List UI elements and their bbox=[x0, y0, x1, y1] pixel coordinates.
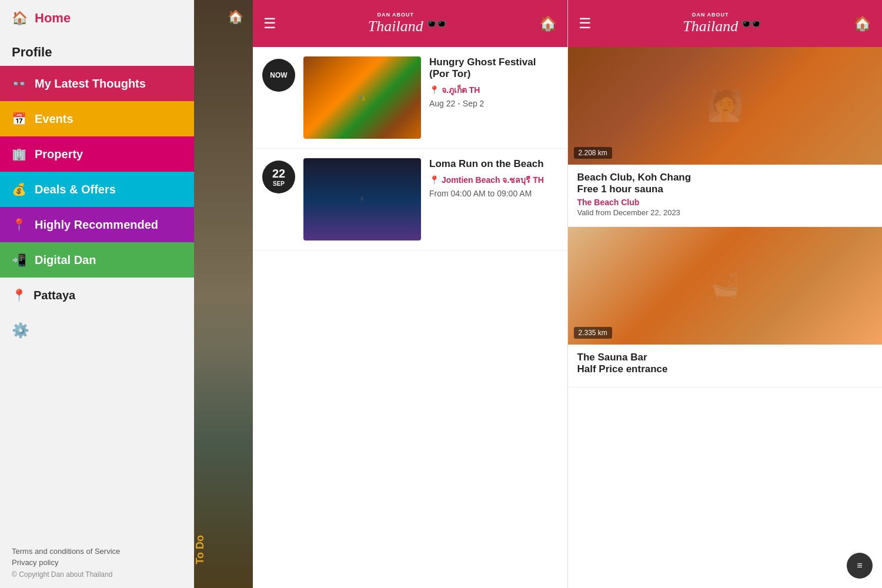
event-badge-month-2: SEP bbox=[273, 181, 285, 187]
deals-brand-thailand: Thailand bbox=[683, 18, 738, 35]
mid-panel: To Do 🏠 bbox=[194, 0, 253, 588]
recommended-icon: 📍 bbox=[12, 218, 26, 232]
deal-provider-1: The Beach Club bbox=[577, 198, 873, 207]
brand-thailand: Thailand bbox=[368, 18, 423, 35]
sidebar: 🏠 Home Profile 👓 My Latest Thoughts 📅 Ev… bbox=[0, 0, 194, 588]
sidebar-events-label: Events bbox=[35, 112, 74, 126]
sidebar-item-home[interactable]: 🏠 Home bbox=[0, 0, 194, 36]
deal-title-1: Beach Club, Koh Chang Free 1 hour sauna bbox=[577, 172, 873, 195]
event-info-1: Hungry Ghost Festival (Por Tor) 📍 จ.ภูเก… bbox=[429, 56, 558, 108]
event-title-1: Hungry Ghost Festival (Por Tor) bbox=[429, 56, 558, 80]
events-brand: DAN ABOUT Thailand 🕶️ bbox=[276, 12, 539, 35]
terms-link[interactable]: Terms and conditions of Service bbox=[12, 547, 182, 556]
thoughts-icon: 👓 bbox=[12, 76, 26, 91]
watermark-icon: ≡ bbox=[857, 560, 862, 571]
events-list: NOW 🎭 Hungry Ghost Festival (Por Tor) 📍 … bbox=[253, 47, 567, 588]
mid-panel-home-icon: 🏠 bbox=[228, 9, 243, 25]
sidebar-item-recommended[interactable]: 📍 Highly Recommended bbox=[0, 207, 194, 242]
deal-card-2: 🛁 2.335 km The Sauna Bar Half Price entr… bbox=[568, 227, 883, 387]
copyright-text: © Copyright Dan about Thailand bbox=[12, 570, 182, 579]
event-location-1: 📍 จ.ภูเก็ต TH bbox=[429, 83, 558, 96]
event-location-text-2: Jomtien Beach จ.ชลบุรี TH bbox=[442, 173, 544, 186]
deal-info-1: Beach Club, Koh Chang Free 1 hour sauna … bbox=[568, 165, 883, 226]
digital-icon: 📲 bbox=[12, 253, 26, 267]
deals-header: ☰ DAN ABOUT Thailand 🕶️ 🏠 bbox=[568, 0, 883, 47]
brand-dan-about: DAN ABOUT bbox=[368, 12, 423, 18]
mid-panel-label: To Do bbox=[194, 535, 224, 564]
events-icon: 📅 bbox=[12, 112, 26, 126]
deals-list: 🧖 2.208 km Beach Club, Koh Chang Free 1 … bbox=[568, 47, 883, 588]
sidebar-profile-section: Profile bbox=[0, 36, 194, 66]
deal-distance-badge-1: 2.208 km bbox=[574, 147, 612, 159]
deal-validity-1: Valid from December 22, 2023 bbox=[577, 208, 873, 217]
deals-home-icon[interactable]: 🏠 bbox=[854, 15, 871, 32]
event-location-2: 📍 Jomtien Beach จ.ชลบุรี TH bbox=[429, 173, 558, 186]
event-date-2: From 04:00 AM to 09:00 AM bbox=[429, 189, 558, 198]
home-icon: 🏠 bbox=[12, 11, 28, 26]
event-badge-1: NOW bbox=[262, 59, 295, 92]
events-column: ☰ DAN ABOUT Thailand 🕶️ 🏠 NOW bbox=[253, 0, 567, 588]
deal-image-2: 🛁 2.335 km bbox=[568, 227, 883, 345]
brand-sunglasses-icon: 🕶️ bbox=[426, 14, 447, 34]
deals-column: ☰ DAN ABOUT Thailand 🕶️ 🏠 🧖 bbox=[567, 0, 883, 588]
sidebar-pattaya-label: Pattaya bbox=[34, 289, 75, 302]
event-date-1: Aug 22 - Sep 2 bbox=[429, 99, 558, 108]
deals-brand: DAN ABOUT Thailand 🕶️ bbox=[592, 12, 854, 35]
events-brand-text: DAN ABOUT Thailand bbox=[368, 12, 423, 35]
sidebar-property-label: Property bbox=[35, 148, 83, 161]
event-item-2: 22 SEP 🏃 Loma Run on the Beach 📍 Jomtien… bbox=[253, 149, 567, 250]
sidebar-item-property[interactable]: 🏢 Property bbox=[0, 136, 194, 172]
privacy-link[interactable]: Privacy policy bbox=[12, 558, 182, 567]
sidebar-deals-label: Deals & Offers bbox=[35, 183, 116, 196]
deals-icon: 💰 bbox=[12, 182, 26, 196]
event-title-2: Loma Run on the Beach bbox=[429, 158, 558, 170]
event-badge-num-2: 22 bbox=[272, 167, 285, 181]
sidebar-item-deals[interactable]: 💰 Deals & Offers bbox=[0, 172, 194, 207]
event-badge-2: 22 SEP bbox=[262, 161, 295, 193]
event-info-2: Loma Run on the Beach 📍 Jomtien Beach จ.… bbox=[429, 158, 558, 198]
sidebar-recommended-label: Highly Recommended bbox=[35, 218, 158, 232]
deals-brand-sunglasses-icon: 🕶️ bbox=[740, 14, 762, 34]
sidebar-item-thoughts[interactable]: 👓 My Latest Thoughts bbox=[0, 66, 194, 101]
event-image-1: 🎭 bbox=[303, 56, 421, 139]
sidebar-thoughts-label: My Latest Thoughts bbox=[35, 77, 146, 91]
sidebar-footer: Terms and conditions of Service Privacy … bbox=[0, 541, 194, 588]
deal-info-2: The Sauna Bar Half Price entrance bbox=[568, 345, 883, 387]
sidebar-item-pattaya[interactable]: 📍 Pattaya bbox=[0, 278, 194, 313]
deal-card-1: 🧖 2.208 km Beach Club, Koh Chang Free 1 … bbox=[568, 47, 883, 227]
event-location-icon-2: 📍 bbox=[429, 175, 439, 185]
event-image-2: 🏃 bbox=[303, 158, 421, 240]
event-badge-now: NOW bbox=[270, 71, 287, 79]
sidebar-item-events[interactable]: 📅 Events bbox=[0, 101, 194, 136]
sidebar-settings[interactable]: ⚙️ bbox=[0, 313, 194, 348]
deals-brand-dan-about: DAN ABOUT bbox=[683, 12, 738, 18]
deals-hamburger-icon[interactable]: ☰ bbox=[579, 15, 592, 32]
events-home-icon[interactable]: 🏠 bbox=[539, 15, 557, 32]
sidebar-item-digital[interactable]: 📲 Digital Dan bbox=[0, 242, 194, 278]
gear-icon: ⚙️ bbox=[12, 322, 29, 338]
sidebar-digital-label: Digital Dan bbox=[35, 253, 96, 267]
events-hamburger-icon[interactable]: ☰ bbox=[263, 15, 276, 32]
property-icon: 🏢 bbox=[12, 147, 26, 161]
deal-title-2: The Sauna Bar Half Price entrance bbox=[577, 352, 873, 375]
watermark-button[interactable]: ≡ bbox=[847, 553, 873, 579]
deal-distance-badge-2: 2.335 km bbox=[574, 327, 612, 339]
events-header: ☰ DAN ABOUT Thailand 🕶️ 🏠 bbox=[253, 0, 567, 47]
deal-image-1: 🧖 2.208 km bbox=[568, 47, 883, 165]
event-location-icon-1: 📍 bbox=[429, 85, 439, 95]
home-label: Home bbox=[35, 11, 71, 26]
deals-brand-text: DAN ABOUT Thailand bbox=[683, 12, 738, 35]
event-item-1: NOW 🎭 Hungry Ghost Festival (Por Tor) 📍 … bbox=[253, 47, 567, 149]
main-area: ☰ DAN ABOUT Thailand 🕶️ 🏠 NOW bbox=[253, 0, 882, 588]
pattaya-location-icon: 📍 bbox=[12, 288, 26, 302]
event-location-text-1: จ.ภูเก็ต TH bbox=[442, 83, 480, 96]
